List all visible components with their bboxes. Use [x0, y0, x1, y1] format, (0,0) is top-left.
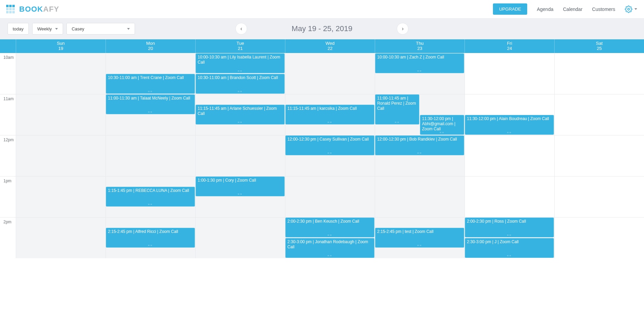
day-cell[interactable] — [465, 176, 554, 217]
resize-handle-icon[interactable]: == — [106, 90, 195, 93]
calendar-event[interactable]: 11:15-11:45 am | Arlane Schuessler | Zoo… — [196, 105, 285, 124]
resize-handle-icon[interactable]: == — [196, 69, 285, 73]
day-name: Wed — [325, 41, 335, 46]
day-cell[interactable] — [554, 94, 644, 135]
day-cell[interactable] — [16, 94, 106, 135]
day-name: Mon — [146, 41, 155, 46]
calendar-event[interactable]: 11:30-12:00 pm | Abhi@gmail.com | Zoom C… — [420, 115, 464, 135]
resize-handle-icon[interactable]: == — [375, 69, 464, 73]
day-header-cell[interactable]: Thu23 — [375, 39, 465, 53]
resize-handle-icon[interactable]: == — [375, 244, 464, 247]
day-cell[interactable] — [16, 135, 106, 176]
calendar-event[interactable]: 2:15-2:45 pm | Alfred Ricci | Zoom Call=… — [106, 228, 195, 248]
svg-point-0 — [628, 8, 630, 10]
resize-handle-icon[interactable]: == — [285, 120, 374, 124]
resize-handle-icon[interactable]: == — [375, 151, 464, 155]
resize-handle-icon[interactable]: == — [196, 192, 285, 196]
event-label: 11:15-11:45 am | karcsika | Zoom Call — [287, 106, 357, 111]
day-name: Thu — [416, 41, 423, 46]
calendar-event[interactable]: 11:00-11:45 am | Ronald Perez | Zoom Cal… — [375, 94, 419, 124]
calendar-event[interactable]: 2:00-2:30 pm | Ben Keusch | Zoom Call== — [285, 218, 374, 237]
calendar-event[interactable]: 1:15-1:45 pm | REBECCA LUNA | Zoom Call=… — [106, 187, 195, 207]
day-cell[interactable] — [554, 218, 644, 258]
day-header-cell[interactable]: Tue21 — [195, 39, 285, 53]
calendar-event[interactable]: 12:00-12:30 pm | Casey Sullivan | Zoom C… — [285, 135, 374, 155]
calendar-event[interactable]: 2:30-3:00 pm | J | Zoom Call== — [465, 238, 554, 258]
day-cell[interactable] — [465, 135, 554, 176]
event-label: 2:15-2:45 pm | Alfred Ricci | Zoom Call — [108, 229, 178, 234]
resize-handle-icon[interactable]: == — [106, 202, 195, 206]
calendar-event[interactable]: 11:15-11:45 am | karcsika | Zoom Call== — [285, 105, 374, 124]
event-label: 12:00-12:30 pm | Casey Sullivan | Zoom C… — [287, 137, 369, 142]
brand-logo-icon — [6, 5, 16, 14]
brand[interactable]: BOOKAFY — [6, 5, 59, 14]
day-number: 25 — [555, 46, 644, 51]
day-cell[interactable] — [465, 53, 554, 94]
resize-handle-icon[interactable]: == — [196, 120, 285, 124]
resize-handle-icon[interactable]: == — [465, 254, 554, 258]
day-cell[interactable] — [16, 176, 106, 217]
resize-handle-icon[interactable]: == — [420, 131, 464, 134]
chevron-down-icon — [55, 28, 58, 30]
calendar-event[interactable]: 11:30-12:00 pm | Alain Boudreau | Zoom C… — [465, 115, 554, 135]
hour-label: 10am — [0, 53, 16, 94]
day-cell[interactable] — [554, 135, 644, 176]
settings-menu[interactable] — [625, 5, 637, 13]
calendar-event[interactable]: 2:00-2:30 pm | Ross | Zoom Call== — [465, 218, 554, 237]
view-select-value: Weekly — [37, 26, 52, 31]
day-header-cell[interactable]: Sun19 — [16, 39, 106, 53]
today-button[interactable]: today — [8, 23, 29, 35]
event-label: 10:00-10:30 am | Zach Z | Zoom Call — [377, 55, 444, 60]
day-header-row: Sun19Mon20Tue21Wed22Thu23Fri24Sat25 — [0, 39, 644, 53]
day-cell[interactable] — [285, 176, 375, 217]
day-name: Fri — [507, 41, 512, 46]
day-cell[interactable] — [554, 176, 644, 217]
day-header-cell[interactable]: Sat25 — [554, 39, 644, 53]
nav-calendar[interactable]: Calendar — [563, 6, 582, 12]
calendar-event[interactable]: 12:00-12:30 pm | Bob Randklev | Zoom Cal… — [375, 135, 464, 155]
event-label: 11:00-11:45 am | Ronald Perez | Zoom Cal… — [377, 96, 416, 111]
day-name: Sun — [57, 41, 65, 46]
resize-handle-icon[interactable]: == — [106, 244, 195, 247]
calendar-event[interactable]: 2:30-3:00 pm | Jonathan Rodebaugh | Zoom… — [285, 238, 374, 258]
day-cell[interactable] — [195, 135, 285, 176]
resize-handle-icon[interactable]: == — [196, 90, 285, 93]
prev-week-button[interactable]: ‹ — [235, 23, 247, 35]
top-nav: BOOKAFY UPGRADE Agenda Calendar Customer… — [0, 0, 644, 18]
event-label: 11:30-12:00 pm | Alain Boudreau | Zoom C… — [467, 116, 549, 121]
resize-handle-icon[interactable]: == — [375, 120, 419, 124]
calendar-event[interactable]: 10:00-10:30 am | Lily Isabella Laurent |… — [196, 53, 285, 73]
calendar-event[interactable]: 10:00-10:30 am | Zach Z | Zoom Call== — [375, 53, 464, 73]
calendar-event[interactable]: 11:00-11:30 am | Talaat McNeely | Zoom C… — [106, 94, 195, 114]
day-cell[interactable] — [16, 218, 106, 258]
next-week-button[interactable]: › — [397, 23, 409, 35]
calendar-event[interactable]: 10:30-11:00 am | Trent Crane | Zoom Call… — [106, 74, 195, 94]
event-label: 2:00-2:30 pm | Ross | Zoom Call — [467, 219, 526, 224]
day-header-cell[interactable]: Mon20 — [106, 39, 195, 53]
day-cell[interactable] — [554, 53, 644, 94]
resize-handle-icon[interactable]: == — [465, 131, 554, 134]
nav-customers[interactable]: Customers — [592, 6, 615, 12]
resize-handle-icon[interactable]: == — [285, 151, 374, 155]
resize-handle-icon[interactable]: == — [106, 110, 195, 114]
day-cell[interactable] — [375, 176, 465, 217]
day-cell[interactable] — [285, 53, 375, 94]
brand-post: AFY — [43, 5, 59, 13]
day-cell[interactable] — [16, 53, 106, 94]
resize-handle-icon[interactable]: == — [465, 233, 554, 237]
upgrade-button[interactable]: UPGRADE — [493, 3, 527, 15]
calendar-event[interactable]: 1:00-1:30 pm | Cory | Zoom Call== — [196, 176, 285, 196]
resize-handle-icon[interactable]: == — [285, 233, 374, 237]
calendar-event[interactable]: 10:30-11:00 am | Brandon Scott | Zoom Ca… — [196, 74, 285, 94]
day-header-cell[interactable]: Fri24 — [465, 39, 554, 53]
calendar-event[interactable]: 2:15-2:45 pm | test | Zoom Call== — [375, 228, 464, 248]
day-cell[interactable] — [195, 218, 285, 258]
staff-select[interactable]: Casey — [66, 23, 135, 35]
event-label: 1:15-1:45 pm | REBECCA LUNA | Zoom Call — [108, 188, 189, 193]
resize-handle-icon[interactable]: == — [285, 254, 374, 258]
day-cell[interactable] — [106, 135, 195, 176]
view-select[interactable]: Weekly — [32, 23, 63, 35]
nav-agenda[interactable]: Agenda — [537, 6, 553, 12]
day-header-cell[interactable]: Wed22 — [285, 39, 375, 53]
event-label: 10:30-11:00 am | Brandon Scott | Zoom Ca… — [198, 75, 278, 80]
